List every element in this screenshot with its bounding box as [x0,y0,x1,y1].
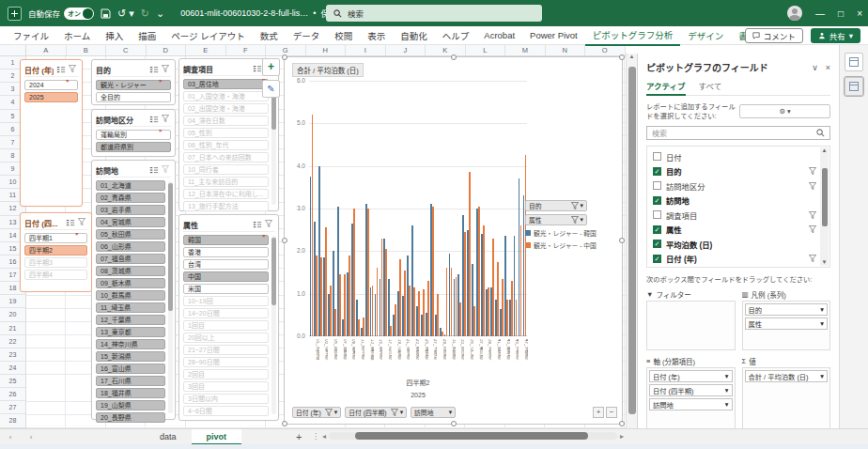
ribbon-tab-6[interactable]: データ [286,26,328,45]
bar-china[interactable] [363,317,364,336]
ribbon-tab-10[interactable]: ヘルプ [435,26,477,45]
chart-selection-handle[interactable] [282,54,287,60]
bar-china[interactable] [409,286,411,336]
field-list-scrollbar[interactable]: ▲▼ [820,147,829,266]
select-all-corner[interactable] [0,45,26,56]
row-header-23[interactable]: 23 [0,348,25,362]
slicer-item[interactable]: 台湾 [183,259,269,270]
slicer-scrollbar[interactable] [271,236,276,414]
bar-china[interactable] [516,300,518,336]
area-field-pill[interactable]: 訪問地▾ [649,398,733,410]
ribbon-tab-0[interactable]: ファイル [6,26,56,45]
bar-china[interactable] [446,268,448,336]
multi-select-button[interactable] [149,65,159,74]
bar-china[interactable] [349,255,350,336]
bar-china[interactable] [353,209,355,336]
area-field-pill[interactable]: 合計 / 平均泊数 (日)▾ [745,370,829,382]
slicer-item[interactable]: 都道府県別 [96,142,171,152]
multi-select-button[interactable] [149,115,159,124]
slicer-purpose[interactable]: 目的×観光・レジャー全目的 [91,59,176,105]
scrollbar-resize-grip[interactable]: ⋮ [312,432,319,441]
bar-china[interactable] [395,304,396,336]
bar-china[interactable] [372,286,374,336]
axis-field-button-0[interactable]: 日付 (年)▾ [292,407,341,418]
row-header-26[interactable]: 26 [0,388,25,401]
bar-china[interactable] [320,257,322,336]
bar-china[interactable] [459,302,461,336]
multi-select-button[interactable] [253,64,262,73]
comments-button[interactable]: コメント [745,28,803,43]
add-sheet-button[interactable]: + [296,431,302,442]
area-field-pill[interactable]: 日付 (年)▾ [649,370,733,382]
slicer-item[interactable]: 18_福井県 [96,388,165,398]
ribbon-options-chevron-icon[interactable]: ⌄ [156,8,164,20]
column-header-B[interactable]: B [67,45,107,55]
slicer-item[interactable]: 12_千葉県 [96,315,165,325]
slicer-item[interactable]: 28~90日間 [183,357,269,367]
minimize-button[interactable]: — [815,8,825,19]
column-headers[interactable]: ABCDEFGHIJKLMNO [26,45,626,56]
close-button[interactable]: × [857,8,862,19]
slicer-item[interactable]: 01_入国空港・海港 [183,91,269,101]
chart-style-brush-button[interactable]: ✎ [262,80,280,98]
axis-field-button-1[interactable]: 日付 (四半期)▾ [345,407,407,418]
area-legend-box[interactable]: 目的▾属性▾ [742,301,831,350]
slicer-item[interactable]: 全目的 [96,92,171,102]
row-header-28[interactable]: 28 [0,414,25,427]
slicer-item[interactable]: 06_性別_年代 [183,140,269,150]
bar-china[interactable] [478,207,480,336]
slicer-item[interactable]: 14_神奈川県 [96,339,165,349]
slicer-item[interactable]: 05_性別 [183,128,269,138]
chart-selection-handle[interactable] [282,421,287,426]
slicer-item[interactable]: 四半期4 [24,270,87,280]
bar-china[interactable] [423,289,425,336]
undo-icon[interactable]: ↺ ▾ [117,8,134,20]
slicer-item[interactable]: 10_群馬県 [96,290,165,301]
column-header-M[interactable]: M [505,45,546,55]
bar-china[interactable] [497,262,499,336]
bar-china[interactable] [339,274,341,336]
row-header-27[interactable]: 27 [0,401,25,414]
maximize-button[interactable]: □ [838,8,844,19]
pane-options-icon[interactable] [845,77,863,96]
slicer-item[interactable]: 10_同行者 [183,164,269,175]
slicer-item[interactable]: 15_新潟県 [96,351,165,362]
slicer-item[interactable]: 12_日本滞在中に利用し... [183,189,269,199]
sheet-nav-right-icon[interactable]: › [21,433,41,441]
row-header-19[interactable]: 19 [0,295,25,308]
chart-selection-handle[interactable] [451,421,457,426]
bar-china[interactable] [334,309,336,336]
field-checkbox[interactable]: ✓ [653,196,661,205]
slicer-item[interactable]: 11_埼玉県 [96,302,165,313]
bar-china[interactable] [520,225,522,336]
slicer-item[interactable]: 06_山形県 [96,241,165,252]
bar-china[interactable] [344,274,346,336]
slicer-item[interactable]: 05_秋田県 [96,229,165,240]
tools-gear-button[interactable]: ⚙ ▾ [739,104,830,118]
hscroll-right-icon[interactable]: ▸ [620,432,624,441]
bar-china[interactable] [469,172,471,336]
slicer-visited[interactable]: 訪問地01_北海道02_青森県03_岩手県04_宮城県05_秋田県06_山形県0… [91,160,176,420]
column-header-C[interactable]: C [106,45,147,55]
bar-china[interactable] [316,255,318,336]
bar-china[interactable] [377,268,379,336]
pane-switcher-icon[interactable] [845,53,863,71]
sheet-tab-pivot[interactable]: pivot [192,429,242,445]
slicer-item[interactable]: 02_出国空港・海港 [183,103,269,114]
chart-value-button[interactable]: 合計 / 平均泊数 (日) [292,63,364,77]
ribbon-tab-4[interactable]: ページ レイアウト [163,26,252,45]
slicer-item[interactable]: 10~19回 [183,296,269,306]
ribbon-tab-3[interactable]: 描画 [131,26,163,45]
clear-filter-button[interactable]: × [69,65,78,74]
slicer-item[interactable]: 02_青森県 [96,193,165,203]
bar-china[interactable] [473,306,475,336]
ribbon-tab-5[interactable]: 数式 [253,26,286,45]
sheet-tab-data[interactable]: data [145,429,192,445]
bar-china[interactable] [385,249,387,336]
autosave-toggle-group[interactable]: 自動保存 オン [28,8,94,20]
save-icon[interactable] [101,8,111,19]
bar-china[interactable] [418,291,420,336]
multi-select-button[interactable] [253,220,262,229]
slicer-item[interactable]: 07_福島県 [96,254,165,264]
slicer-item[interactable]: 09_栃木県 [96,278,165,288]
